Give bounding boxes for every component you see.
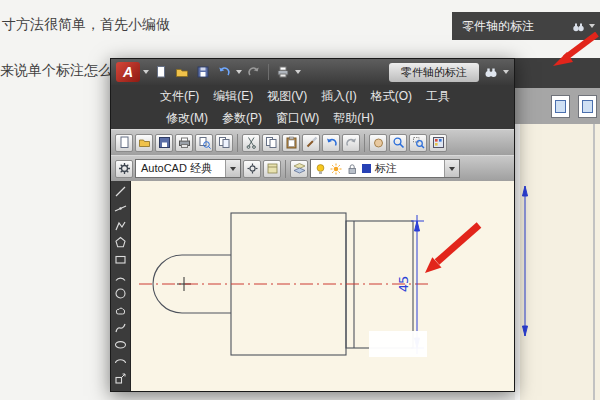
window-title: 零件轴的标注 [389, 63, 479, 82]
background-toolbar-fragment [515, 88, 600, 124]
save-icon[interactable] [155, 134, 173, 152]
dimension-text: 45 [396, 276, 411, 293]
workspace-layers-toolbar: AutoCAD 经典 标注 [111, 155, 514, 181]
settings-gear-icon[interactable] [243, 160, 261, 178]
tool-ellipse-arc-icon[interactable] [113, 354, 129, 369]
publish-icon[interactable] [215, 134, 233, 152]
undo-history-chevron-icon[interactable] [236, 70, 242, 74]
drawing-canvas[interactable]: 45 [131, 181, 514, 391]
paste-icon[interactable] [578, 95, 597, 118]
menu-parametric[interactable]: 参数(P) [215, 110, 269, 127]
qnew-icon[interactable] [115, 134, 133, 152]
layer-dropdown[interactable] [444, 160, 459, 177]
tool-rectangle-icon[interactable] [113, 252, 129, 267]
workspace-combo-value: AutoCAD 经典 [136, 161, 212, 176]
menu-view[interactable]: 视图(V) [260, 88, 314, 105]
tool-ellipse-icon[interactable] [113, 337, 129, 352]
shaft-drawing: 45 [131, 181, 514, 391]
tool-insert-block-icon[interactable] [113, 371, 129, 386]
menu-window[interactable]: 窗口(W) [269, 110, 326, 127]
layer-color-swatch[interactable] [362, 164, 371, 173]
toolbar-separator [285, 160, 286, 178]
tool-arc-icon[interactable] [113, 269, 129, 284]
bulb-on-icon[interactable] [315, 163, 326, 175]
redo-icon[interactable] [342, 134, 360, 152]
tool-polygon-icon[interactable] [113, 235, 129, 250]
layer-control[interactable]: 标注 [310, 159, 460, 178]
properties-icon[interactable] [429, 134, 447, 152]
menu-file[interactable]: 文件(F) [153, 88, 206, 105]
toolbar-separator [237, 134, 238, 152]
toolbar-separator [364, 134, 365, 152]
tool-construction-line-icon[interactable] [113, 201, 129, 216]
tool-revision-cloud-icon[interactable] [113, 303, 129, 318]
match-properties-icon[interactable] [302, 134, 320, 152]
binoculars-icon[interactable] [572, 20, 585, 33]
lock-icon[interactable] [346, 163, 358, 175]
white-patch [369, 331, 427, 357]
clipboard-icon[interactable] [551, 95, 570, 118]
redo-icon[interactable] [245, 63, 263, 81]
zoom-window-icon[interactable] [409, 134, 427, 152]
background-canvas-fragment [515, 124, 600, 400]
plot-icon[interactable] [274, 63, 292, 81]
qat-more-chevron-icon[interactable] [295, 70, 301, 74]
menu-help[interactable]: 帮助(H) [326, 110, 381, 127]
tool-polyline-icon[interactable] [113, 218, 129, 233]
plot-preview-icon[interactable] [195, 134, 213, 152]
standard-toolbar [111, 129, 514, 155]
pan-icon[interactable] [369, 134, 387, 152]
layer-properties-icon[interactable] [290, 160, 308, 178]
menubar-row-1: 文件(F) 编辑(E) 视图(V) 插入(I) 格式(O) 工具 [111, 85, 514, 107]
menubar-row-2: 修改(M) 参数(P) 窗口(W) 帮助(H) [111, 107, 514, 129]
paste-icon[interactable] [282, 134, 300, 152]
chevron-down-icon[interactable] [589, 24, 595, 28]
titlebar[interactable]: A 零件轴的标注 [111, 59, 514, 85]
tool-circle-icon[interactable] [113, 286, 129, 301]
menu-format[interactable]: 格式(O) [364, 88, 419, 105]
menu-tools[interactable]: 工具 [419, 88, 457, 105]
tool-palettes-icon[interactable] [263, 160, 281, 178]
workspace-combo[interactable]: AutoCAD 经典 [135, 159, 241, 178]
infocenter-chevron-icon[interactable] [503, 70, 509, 74]
binoculars-search-icon[interactable] [482, 63, 500, 81]
autocad-window: A 零件轴的标注 文件(F) 编辑(E) 视图(V) 插入(I) 格式(O) 工… [110, 58, 515, 392]
background-dimension-graphic [515, 124, 600, 400]
tool-line-icon[interactable] [113, 184, 129, 199]
sun-icon[interactable] [330, 163, 342, 175]
titlebar-separator [268, 64, 269, 80]
background-caption-left: 来说单个标注怎么 [0, 62, 112, 80]
copy-icon[interactable] [262, 134, 280, 152]
save-icon[interactable] [194, 63, 212, 81]
undo-icon[interactable] [215, 63, 233, 81]
application-logo[interactable]: A [116, 62, 140, 82]
open-file-icon[interactable] [173, 63, 191, 81]
red-callout-arrow [425, 225, 479, 273]
background-caption-top: 寸方法很简单，首先小编做 [2, 16, 170, 34]
menu-insert[interactable]: 插入(I) [314, 88, 363, 105]
new-file-icon[interactable] [152, 63, 170, 81]
plot-icon[interactable] [175, 134, 193, 152]
draw-toolbar [111, 181, 131, 391]
menu-modify[interactable]: 修改(M) [159, 110, 215, 127]
cut-icon[interactable] [242, 134, 260, 152]
tool-spline-icon[interactable] [113, 320, 129, 335]
current-layer-name: 标注 [375, 161, 397, 176]
background-window-title: 零件轴的标注 [462, 18, 534, 35]
workspace-gear-icon[interactable] [115, 160, 133, 178]
menu-edit[interactable]: 编辑(E) [206, 88, 260, 105]
open-icon[interactable] [135, 134, 153, 152]
workspace-combo-dropdown[interactable] [225, 160, 240, 177]
zoom-icon[interactable] [389, 134, 407, 152]
undo-icon[interactable] [322, 134, 340, 152]
background-red-arrow [540, 32, 600, 70]
app-menu-chevron-icon[interactable] [143, 70, 149, 74]
background-titlebar-icons [572, 20, 595, 33]
